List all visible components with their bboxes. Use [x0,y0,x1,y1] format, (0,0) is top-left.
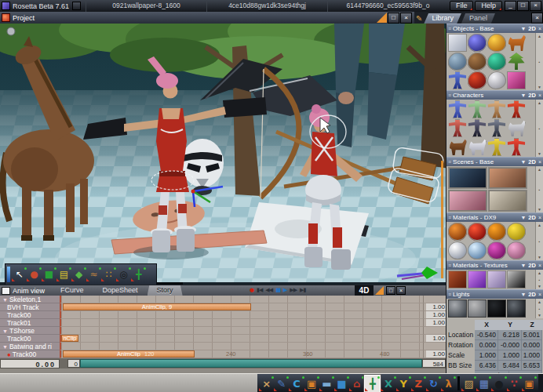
property-x-value[interactable]: 1.000 [475,350,498,361]
sidebar-close-button[interactable]: × [531,13,543,24]
track-timeline[interactable] [60,311,423,319]
man-blue-thumb[interactable] [448,100,467,118]
pose-tool[interactable]: λ [441,376,456,392]
rotate-tool[interactable]: ↻ [426,376,441,392]
bone-pencil-tool[interactable]: ✎ [274,376,289,392]
red-sphere-thumb[interactable] [468,223,487,241]
magnet-tool[interactable]: C [289,376,304,392]
project-maximize-button[interactable]: □ [388,13,399,24]
cube-move-tool[interactable]: ■ [334,376,349,392]
banana-man-thumb[interactable] [487,138,506,156]
light-spot-thumb[interactable] [507,299,526,318]
section-2d-toggle[interactable]: 2D [528,92,536,99]
plane-tool[interactable]: ◆ [71,267,86,282]
gutter-up-icon[interactable]: ▲ [538,100,541,105]
select-tool[interactable]: ↖ [12,267,27,282]
section-2d-toggle[interactable]: 2D [528,214,536,221]
property-x-value[interactable]: 0.000 [475,340,498,350]
viewport-edge-handle[interactable] [441,161,443,278]
help-menu-button[interactable]: Help [475,1,502,11]
molecules-scene-thumb[interactable] [448,167,487,189]
axis-x-tool[interactable]: X [381,376,395,392]
tab-library[interactable]: Library [424,13,461,24]
gutter-up-icon[interactable]: ▲ [538,167,541,172]
gutter-down-icon[interactable]: ▼ [538,255,541,260]
anim-fold-corner[interactable] [375,286,384,295]
expand-arrow-icon[interactable]: ▼ [2,344,8,350]
track-weight-value[interactable]: 1.00 [426,350,446,358]
anim-maximize-button[interactable]: □ [386,286,395,295]
home-tool[interactable]: ⌂ [349,376,364,392]
section-dropdown-icon[interactable]: ▼ [520,159,526,165]
section-dropdown-icon[interactable]: ▼ [520,26,526,31]
lava-sphere-thumb[interactable] [448,223,467,241]
sphere-slice-tool[interactable]: ● [27,267,42,282]
4d-mode-button[interactable]: 4D [355,285,374,296]
purple-sphere-thumb[interactable] [468,34,487,52]
green-alien-thumb[interactable] [468,100,487,118]
face-scene-thumb[interactable] [488,167,527,189]
tree-thumb[interactable] [507,53,526,71]
gutter-down-icon[interactable]: ▼ [538,313,541,318]
web-texture-thumb[interactable] [507,270,526,289]
go-start-button[interactable]: ▮◀ [257,286,262,295]
white-horse-thumb[interactable] [507,119,526,137]
magenta-sphere-thumb[interactable] [487,241,506,260]
teal-snake-thumb[interactable] [487,53,506,71]
next-frame-button[interactable]: ▶▶ [290,286,297,295]
restore-button[interactable]: □ [517,1,529,11]
tab-fcurve[interactable]: FCurve [51,285,93,296]
track-timeline[interactable]: AnimClip, 9 [60,303,423,311]
section-2d-toggle[interactable]: 2D [528,291,536,298]
section-dropdown-icon[interactable]: ▼ [520,93,526,98]
track-weight-value[interactable]: 1.00 [426,311,446,318]
anim-clip[interactable]: AnimClip [63,350,195,358]
section-2d-toggle[interactable]: 2D [528,262,536,269]
grid-tool[interactable]: ▦ [476,376,491,392]
section-scroll-gutter[interactable]: ▲▪▼ [535,33,543,90]
property-z-value[interactable]: 0.000 [522,340,542,350]
hockey-player-thumb[interactable] [448,71,467,89]
frame-end-field[interactable]: 584 [422,359,446,368]
property-y-value[interactable]: 5.484 [498,361,522,371]
section-scroll-gutter[interactable]: ▲▪▼ [535,166,543,212]
ice-sphere-thumb[interactable] [468,241,487,260]
pink-car-thumb[interactable] [507,71,526,89]
current-time-field[interactable]: 0.00 [0,359,60,368]
expand-arrow-icon[interactable]: ▼ [2,328,8,334]
tab-dopesheet[interactable]: DopeSheet [93,285,148,296]
property-y-value[interactable]: 1.000 [498,350,522,361]
gutter-down-icon[interactable]: ▼ [538,151,541,156]
gold-egg-thumb[interactable] [487,34,506,52]
minimize-button[interactable]: _ [505,1,516,11]
anim-clip[interactable]: nClip [61,335,78,342]
woman-black-thumb[interactable] [468,119,487,137]
boxes-tool[interactable]: ▣ [522,376,537,392]
purple-rays-texture-thumb[interactable] [468,270,487,289]
section-dropdown-icon[interactable]: ▼ [520,215,526,220]
document-tab[interactable]: 6144796660_ec59563f9b_o [327,0,448,12]
white-rabbit-thumb[interactable] [487,71,506,89]
gutter-up-icon[interactable]: ▲ [538,270,541,275]
folder-tool[interactable]: ▨ [461,376,476,392]
section-dropdown-icon[interactable]: ▼ [520,292,526,297]
track-name[interactable]: ▼Skeleton,1 [0,296,60,303]
particles-tool[interactable]: ∷ [101,267,116,282]
tab-story[interactable]: Story [148,285,183,296]
section-2d-toggle[interactable]: 2D [528,158,536,165]
section-header[interactable]: ≡Characters▼2D× [446,90,543,100]
gutter-up-icon[interactable]: ▲ [538,223,541,227]
layers-tool[interactable]: ▤ [56,267,71,282]
skeleton-tool[interactable]: ╋ [131,267,146,282]
property-z-value[interactable]: 5.653 [522,361,542,371]
gutter-down-icon[interactable]: ▼ [538,284,541,289]
project-close-button[interactable]: × [400,13,412,24]
expand-arrow-icon[interactable]: ▼ [2,297,8,303]
viewport-canvas[interactable]: ↖●■▤◆≈∷◎╋ [0,24,446,285]
track-name[interactable]: ●Track00 [0,350,60,358]
track-name[interactable]: Track00 [0,335,60,343]
orange-sphere-thumb[interactable] [487,223,506,241]
box-move-tool[interactable]: ▣ [304,376,319,392]
white-sphere-thumb[interactable] [448,241,467,260]
unicorn-thumb[interactable] [468,138,487,156]
